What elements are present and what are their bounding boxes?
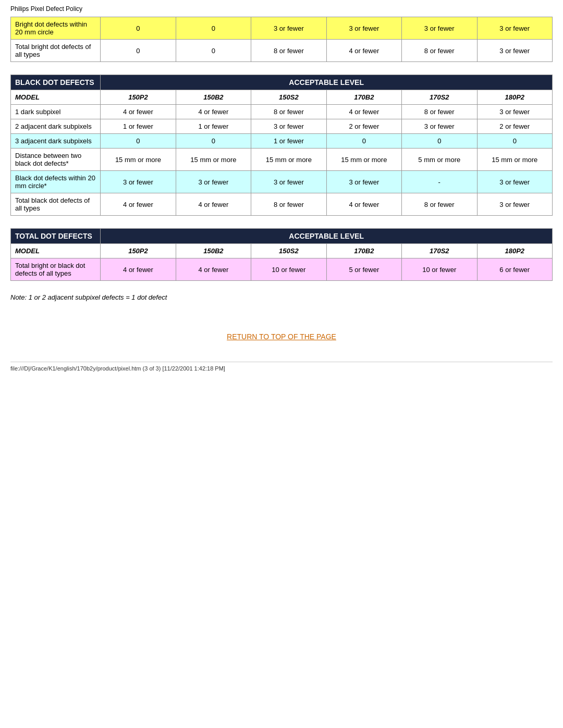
row-value-5: 2 or fewer	[477, 119, 553, 134]
black-dot-row-2: 3 adjacent dark subpixels001 or fewer000	[11, 134, 553, 149]
black-dot-acceptable-header: ACCEPTABLE LEVEL	[101, 75, 553, 90]
black-dot-table: BLACK DOT DEFECTSACCEPTABLE LEVELMODEL15…	[10, 75, 553, 216]
row-value-1: 4 or fewer	[176, 193, 251, 216]
model-150B2: 150B2	[176, 90, 251, 105]
row-value-0: 0	[101, 40, 176, 62]
row-value-1: 15 mm or more	[176, 149, 251, 171]
row-value-2: 10 or fewer	[251, 258, 326, 281]
row-value-3: 2 or fewer	[326, 119, 401, 134]
model-150S2: 150S2	[251, 90, 326, 105]
row-value-0: 4 or fewer	[101, 105, 176, 119]
row-value-2: 15 mm or more	[251, 149, 326, 171]
row-value-2: 3 or fewer	[251, 171, 326, 193]
row-value-4: 0	[402, 134, 477, 149]
status-bar: file:///D|/Grace/K1/english/170b2y/produ…	[10, 362, 553, 372]
row-value-5: 0	[477, 134, 553, 149]
row-value-2: 3 or fewer	[251, 119, 326, 134]
row-value-5: 3 or fewer	[477, 193, 553, 216]
row-value-3: 0	[326, 134, 401, 149]
total-model-row: MODEL150P2150B2150S2170B2170S2180P2	[11, 244, 553, 258]
row-label: Distance between two black dot defects*	[11, 149, 101, 171]
row-label: 2 adjacent dark subpixels	[11, 119, 101, 134]
row-value-4: -	[402, 171, 477, 193]
row-value-0: 0	[101, 17, 176, 40]
black-dot-row-3: Distance between two black dot defects*1…	[11, 149, 553, 171]
black-dot-row-1: 2 adjacent dark subpixels1 or fewer1 or …	[11, 119, 553, 134]
black-dot-model-row: MODEL150P2150B2150S2170B2170S2180P2	[11, 90, 553, 105]
model-170S2: 170S2	[402, 244, 477, 258]
bright-dot-row-0: Bright dot defects within 20 mm circle00…	[11, 17, 553, 40]
bright-dot-row-1: Total bright dot defects of all types008…	[11, 40, 553, 62]
row-label: Black dot defects within 20 mm circle*	[11, 171, 101, 193]
row-value-1: 0	[176, 40, 251, 62]
row-label: Total bright or black dot defects of all…	[11, 258, 101, 281]
row-value-5: 3 or fewer	[477, 171, 553, 193]
model-150S2: 150S2	[251, 244, 326, 258]
total-dot-table: TOTAL DOT DEFECTSACCEPTABLE LEVELMODEL15…	[10, 228, 553, 281]
model-150P2: 150P2	[101, 244, 176, 258]
row-value-4: 3 or fewer	[402, 17, 477, 40]
row-value-4: 8 or fewer	[402, 193, 477, 216]
row-label: 3 adjacent dark subpixels	[11, 134, 101, 149]
model-170S2: 170S2	[402, 90, 477, 105]
model-180P2: 180P2	[477, 244, 553, 258]
row-value-3: 5 or fewer	[326, 258, 401, 281]
row-value-3: 4 or fewer	[326, 105, 401, 119]
row-value-4: 3 or fewer	[402, 119, 477, 134]
row-value-2: 1 or fewer	[251, 134, 326, 149]
black-dot-header-row: BLACK DOT DEFECTSACCEPTABLE LEVEL	[11, 75, 553, 90]
black-dot-row-5: Total black dot defects of all types4 or…	[11, 193, 553, 216]
row-value-1: 1 or fewer	[176, 119, 251, 134]
row-value-0: 4 or fewer	[101, 258, 176, 281]
row-value-4: 8 or fewer	[402, 40, 477, 62]
total-dot-row-0: Total bright or black dot defects of all…	[11, 258, 553, 281]
model-150B2: 150B2	[176, 244, 251, 258]
black-dot-row-0: 1 dark subpixel4 or fewer4 or fewer8 or …	[11, 105, 553, 119]
return-to-top-link[interactable]: RETURN TO TOP OF THE PAGE	[227, 332, 336, 341]
model-150P2: 150P2	[101, 90, 176, 105]
row-value-5: 15 mm or more	[477, 149, 553, 171]
page-title: Philips Pixel Defect Policy	[10, 5, 553, 13]
row-value-0: 15 mm or more	[101, 149, 176, 171]
row-value-3: 15 mm or more	[326, 149, 401, 171]
row-value-2: 8 or fewer	[251, 105, 326, 119]
row-value-4: 8 or fewer	[402, 105, 477, 119]
row-label: Total black dot defects of all types	[11, 193, 101, 216]
total-dot-section-header: TOTAL DOT DEFECTS	[11, 229, 101, 244]
return-link-container: RETURN TO TOP OF THE PAGE	[10, 332, 553, 341]
row-value-5: 3 or fewer	[477, 17, 553, 40]
row-value-2: 8 or fewer	[251, 193, 326, 216]
row-value-3: 3 or fewer	[326, 17, 401, 40]
note-text: Note: 1 or 2 adjacent subpixel defects =…	[10, 293, 553, 301]
model-170B2: 170B2	[326, 90, 401, 105]
bright-dot-table: Bright dot defects within 20 mm circle00…	[10, 17, 553, 62]
row-value-2: 8 or fewer	[251, 40, 326, 62]
black-dot-row-4: Black dot defects within 20 mm circle*3 …	[11, 171, 553, 193]
row-value-3: 4 or fewer	[326, 40, 401, 62]
row-value-1: 4 or fewer	[176, 105, 251, 119]
total-dot-header-row: TOTAL DOT DEFECTSACCEPTABLE LEVEL	[11, 229, 553, 244]
row-value-0: 1 or fewer	[101, 119, 176, 134]
row-label: Bright dot defects within 20 mm circle	[11, 17, 101, 40]
row-value-3: 4 or fewer	[326, 193, 401, 216]
row-value-0: 3 or fewer	[101, 171, 176, 193]
row-value-4: 10 or fewer	[402, 258, 477, 281]
row-label: Total bright dot defects of all types	[11, 40, 101, 62]
model-170B2: 170B2	[326, 244, 401, 258]
row-value-1: 4 or fewer	[176, 258, 251, 281]
row-value-4: 5 mm or more	[402, 149, 477, 171]
row-value-0: 4 or fewer	[101, 193, 176, 216]
row-value-5: 3 or fewer	[477, 105, 553, 119]
row-value-1: 3 or fewer	[176, 171, 251, 193]
black-dot-section-header: BLACK DOT DEFECTS	[11, 75, 101, 90]
row-value-0: 0	[101, 134, 176, 149]
model-label: MODEL	[11, 90, 101, 105]
row-value-2: 3 or fewer	[251, 17, 326, 40]
row-value-1: 0	[176, 17, 251, 40]
row-value-5: 6 or fewer	[477, 258, 553, 281]
model-180P2: 180P2	[477, 90, 553, 105]
row-value-1: 0	[176, 134, 251, 149]
row-value-3: 3 or fewer	[326, 171, 401, 193]
model-label: MODEL	[11, 244, 101, 258]
total-dot-acceptable-header: ACCEPTABLE LEVEL	[101, 229, 553, 244]
